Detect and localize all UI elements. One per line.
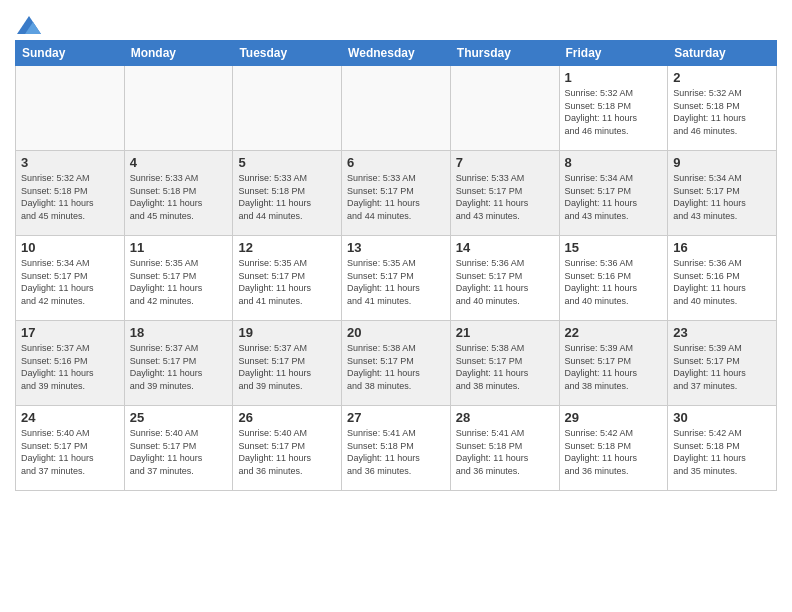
calendar-cell: 26Sunrise: 5:40 AM Sunset: 5:17 PM Dayli…	[233, 406, 342, 491]
day-info: Sunrise: 5:37 AM Sunset: 5:17 PM Dayligh…	[130, 342, 228, 392]
day-number: 19	[238, 325, 336, 340]
calendar-cell: 28Sunrise: 5:41 AM Sunset: 5:18 PM Dayli…	[450, 406, 559, 491]
day-number: 20	[347, 325, 445, 340]
day-info: Sunrise: 5:34 AM Sunset: 5:17 PM Dayligh…	[21, 257, 119, 307]
calendar-week-1: 1Sunrise: 5:32 AM Sunset: 5:18 PM Daylig…	[16, 66, 777, 151]
day-info: Sunrise: 5:36 AM Sunset: 5:16 PM Dayligh…	[565, 257, 663, 307]
day-number: 6	[347, 155, 445, 170]
day-info: Sunrise: 5:32 AM Sunset: 5:18 PM Dayligh…	[673, 87, 771, 137]
calendar-cell: 16Sunrise: 5:36 AM Sunset: 5:16 PM Dayli…	[668, 236, 777, 321]
day-info: Sunrise: 5:42 AM Sunset: 5:18 PM Dayligh…	[673, 427, 771, 477]
calendar-cell: 6Sunrise: 5:33 AM Sunset: 5:17 PM Daylig…	[342, 151, 451, 236]
day-info: Sunrise: 5:33 AM Sunset: 5:18 PM Dayligh…	[130, 172, 228, 222]
calendar-cell: 8Sunrise: 5:34 AM Sunset: 5:17 PM Daylig…	[559, 151, 668, 236]
calendar-cell: 9Sunrise: 5:34 AM Sunset: 5:17 PM Daylig…	[668, 151, 777, 236]
calendar-cell: 13Sunrise: 5:35 AM Sunset: 5:17 PM Dayli…	[342, 236, 451, 321]
calendar-cell: 27Sunrise: 5:41 AM Sunset: 5:18 PM Dayli…	[342, 406, 451, 491]
day-number: 11	[130, 240, 228, 255]
day-number: 24	[21, 410, 119, 425]
calendar-cell: 24Sunrise: 5:40 AM Sunset: 5:17 PM Dayli…	[16, 406, 125, 491]
day-number: 7	[456, 155, 554, 170]
day-info: Sunrise: 5:34 AM Sunset: 5:17 PM Dayligh…	[673, 172, 771, 222]
logo	[15, 16, 41, 34]
day-info: Sunrise: 5:42 AM Sunset: 5:18 PM Dayligh…	[565, 427, 663, 477]
weekday-header-sunday: Sunday	[16, 41, 125, 66]
day-number: 12	[238, 240, 336, 255]
calendar-cell: 3Sunrise: 5:32 AM Sunset: 5:18 PM Daylig…	[16, 151, 125, 236]
calendar-cell: 23Sunrise: 5:39 AM Sunset: 5:17 PM Dayli…	[668, 321, 777, 406]
calendar-cell: 30Sunrise: 5:42 AM Sunset: 5:18 PM Dayli…	[668, 406, 777, 491]
calendar-cell: 19Sunrise: 5:37 AM Sunset: 5:17 PM Dayli…	[233, 321, 342, 406]
weekday-header-tuesday: Tuesday	[233, 41, 342, 66]
calendar-cell: 14Sunrise: 5:36 AM Sunset: 5:17 PM Dayli…	[450, 236, 559, 321]
calendar-cell: 20Sunrise: 5:38 AM Sunset: 5:17 PM Dayli…	[342, 321, 451, 406]
calendar-cell: 11Sunrise: 5:35 AM Sunset: 5:17 PM Dayli…	[124, 236, 233, 321]
calendar-week-2: 3Sunrise: 5:32 AM Sunset: 5:18 PM Daylig…	[16, 151, 777, 236]
calendar-cell	[124, 66, 233, 151]
day-info: Sunrise: 5:36 AM Sunset: 5:16 PM Dayligh…	[673, 257, 771, 307]
day-info: Sunrise: 5:40 AM Sunset: 5:17 PM Dayligh…	[21, 427, 119, 477]
calendar-cell: 25Sunrise: 5:40 AM Sunset: 5:17 PM Dayli…	[124, 406, 233, 491]
day-number: 22	[565, 325, 663, 340]
day-info: Sunrise: 5:37 AM Sunset: 5:17 PM Dayligh…	[238, 342, 336, 392]
day-number: 17	[21, 325, 119, 340]
calendar-header-row: SundayMondayTuesdayWednesdayThursdayFrid…	[16, 41, 777, 66]
day-info: Sunrise: 5:36 AM Sunset: 5:17 PM Dayligh…	[456, 257, 554, 307]
day-number: 3	[21, 155, 119, 170]
day-info: Sunrise: 5:32 AM Sunset: 5:18 PM Dayligh…	[21, 172, 119, 222]
day-info: Sunrise: 5:33 AM Sunset: 5:17 PM Dayligh…	[347, 172, 445, 222]
day-number: 2	[673, 70, 771, 85]
calendar-cell: 18Sunrise: 5:37 AM Sunset: 5:17 PM Dayli…	[124, 321, 233, 406]
weekday-header-saturday: Saturday	[668, 41, 777, 66]
calendar-cell: 22Sunrise: 5:39 AM Sunset: 5:17 PM Dayli…	[559, 321, 668, 406]
day-info: Sunrise: 5:35 AM Sunset: 5:17 PM Dayligh…	[238, 257, 336, 307]
day-number: 10	[21, 240, 119, 255]
day-number: 9	[673, 155, 771, 170]
calendar-cell: 2Sunrise: 5:32 AM Sunset: 5:18 PM Daylig…	[668, 66, 777, 151]
day-info: Sunrise: 5:39 AM Sunset: 5:17 PM Dayligh…	[673, 342, 771, 392]
day-number: 4	[130, 155, 228, 170]
logo-icon	[17, 16, 41, 34]
day-number: 25	[130, 410, 228, 425]
day-info: Sunrise: 5:39 AM Sunset: 5:17 PM Dayligh…	[565, 342, 663, 392]
day-info: Sunrise: 5:37 AM Sunset: 5:16 PM Dayligh…	[21, 342, 119, 392]
day-number: 30	[673, 410, 771, 425]
calendar-week-5: 24Sunrise: 5:40 AM Sunset: 5:17 PM Dayli…	[16, 406, 777, 491]
calendar-cell	[342, 66, 451, 151]
day-info: Sunrise: 5:33 AM Sunset: 5:18 PM Dayligh…	[238, 172, 336, 222]
calendar-cell: 1Sunrise: 5:32 AM Sunset: 5:18 PM Daylig…	[559, 66, 668, 151]
day-info: Sunrise: 5:38 AM Sunset: 5:17 PM Dayligh…	[456, 342, 554, 392]
day-number: 15	[565, 240, 663, 255]
calendar-cell: 29Sunrise: 5:42 AM Sunset: 5:18 PM Dayli…	[559, 406, 668, 491]
calendar-cell: 15Sunrise: 5:36 AM Sunset: 5:16 PM Dayli…	[559, 236, 668, 321]
calendar-week-3: 10Sunrise: 5:34 AM Sunset: 5:17 PM Dayli…	[16, 236, 777, 321]
day-info: Sunrise: 5:41 AM Sunset: 5:18 PM Dayligh…	[347, 427, 445, 477]
calendar-cell: 21Sunrise: 5:38 AM Sunset: 5:17 PM Dayli…	[450, 321, 559, 406]
day-number: 26	[238, 410, 336, 425]
day-info: Sunrise: 5:32 AM Sunset: 5:18 PM Dayligh…	[565, 87, 663, 137]
day-number: 27	[347, 410, 445, 425]
day-number: 5	[238, 155, 336, 170]
day-info: Sunrise: 5:40 AM Sunset: 5:17 PM Dayligh…	[130, 427, 228, 477]
day-number: 28	[456, 410, 554, 425]
calendar-table: SundayMondayTuesdayWednesdayThursdayFrid…	[15, 40, 777, 491]
day-number: 23	[673, 325, 771, 340]
day-info: Sunrise: 5:35 AM Sunset: 5:17 PM Dayligh…	[130, 257, 228, 307]
day-number: 8	[565, 155, 663, 170]
calendar-cell: 10Sunrise: 5:34 AM Sunset: 5:17 PM Dayli…	[16, 236, 125, 321]
calendar-cell	[233, 66, 342, 151]
calendar-week-4: 17Sunrise: 5:37 AM Sunset: 5:16 PM Dayli…	[16, 321, 777, 406]
day-number: 18	[130, 325, 228, 340]
weekday-header-friday: Friday	[559, 41, 668, 66]
day-number: 14	[456, 240, 554, 255]
calendar-cell: 7Sunrise: 5:33 AM Sunset: 5:17 PM Daylig…	[450, 151, 559, 236]
calendar-cell: 12Sunrise: 5:35 AM Sunset: 5:17 PM Dayli…	[233, 236, 342, 321]
day-info: Sunrise: 5:34 AM Sunset: 5:17 PM Dayligh…	[565, 172, 663, 222]
page-header	[15, 10, 777, 34]
day-info: Sunrise: 5:40 AM Sunset: 5:17 PM Dayligh…	[238, 427, 336, 477]
day-number: 29	[565, 410, 663, 425]
day-number: 21	[456, 325, 554, 340]
day-number: 13	[347, 240, 445, 255]
calendar-cell	[16, 66, 125, 151]
day-number: 1	[565, 70, 663, 85]
